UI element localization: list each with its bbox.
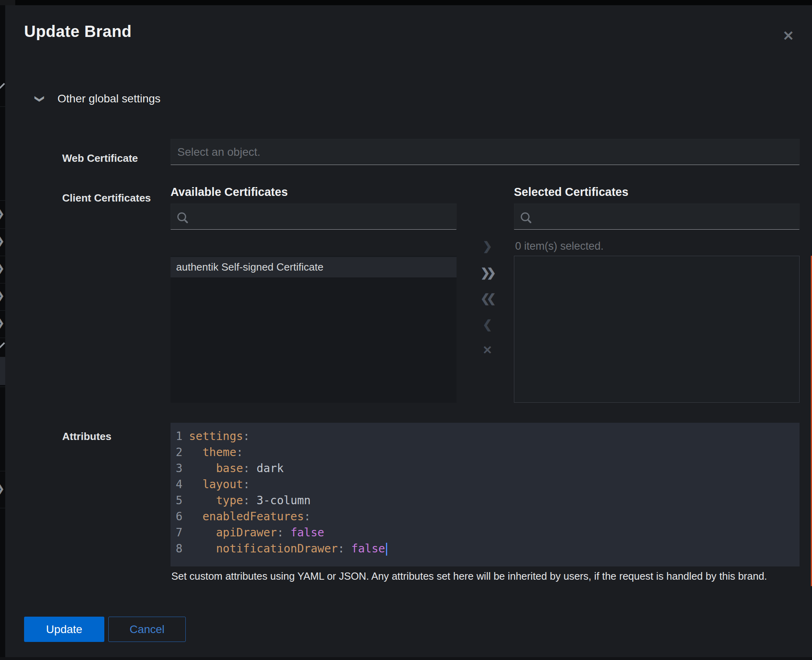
collapse-other-global-settings[interactable]: ❯ Other global settings [36,90,160,108]
sidebar-check-icon [0,83,5,90]
sidebar-chevron-icon: ❯ [0,263,4,274]
code-line: 7 apiDrawer: false [171,525,800,541]
code-line: 6 enabledFeatures: [171,509,800,525]
code-line: 4 layout: [171,477,800,493]
sidebar-active-item-sliver [0,357,5,385]
code-line: 2 theme: [171,444,800,460]
modal-title: Update Brand [24,22,132,41]
attributes-label: Attributes [62,430,112,443]
search-icon [177,212,186,221]
top-backdrop-strip [0,0,812,5]
selected-certificates-list [514,256,800,403]
code-line: 3 base: dark [171,460,800,477]
web-certificate-placeholder: Select an object. [177,146,260,159]
line-number: 6 [171,509,189,525]
line-content: theme: [189,444,243,460]
selected-count-text: 0 item(s) selected. [515,240,604,253]
cancel-button[interactable]: Cancel [108,617,186,642]
available-certificates-search-input[interactable] [171,204,457,230]
bottom-backdrop-strip [0,657,812,660]
move-selected-left-button[interactable]: ❮ [478,315,497,334]
sidebar-chevron-icon: ❯ [0,290,4,301]
move-all-left-button[interactable]: ❮❮ [478,289,497,308]
line-number: 4 [171,477,189,493]
selected-certificates-heading: Selected Certificates [514,185,628,199]
sidebar-chevron-icon: ❯ [0,208,4,219]
code-line: 8 notificationDrawer: false [171,541,800,557]
web-certificate-label: Web Certificate [62,152,138,165]
attributes-code-editor[interactable]: 1settings:2 theme:3 base: dark4 layout:5… [171,423,800,566]
available-certificates-heading: Available Certificates [171,185,288,199]
attributes-help-text: Set custom attributes using YAML or JSON… [171,570,797,582]
update-button[interactable]: Update [24,617,104,642]
line-content: notificationDrawer: false [189,541,387,557]
line-content: settings: [189,428,250,444]
update-brand-modal: Update Brand ✕ ❯ Other global settings W… [5,5,812,657]
line-number: 8 [171,541,189,557]
line-content: type: 3-column [189,493,311,509]
move-selected-right-button[interactable]: ❯ [478,237,497,255]
sidebar-chevron-icon: ❯ [0,235,4,246]
background-sidebar-sliver: ❯ ❯ ❯ ❯ ❯ ❯ [0,5,5,660]
web-certificate-select[interactable]: Select an object. [171,139,800,165]
available-certificates-list: authentik Self-signed Certificate [171,256,457,403]
code-line: 5 type: 3-column [171,493,800,509]
line-content: layout: [189,477,250,493]
line-number: 5 [171,493,189,509]
client-certificates-label: Client Certificates [62,192,151,204]
collapse-label: Other global settings [57,92,160,105]
selected-certificates-search-input[interactable] [514,204,800,230]
sidebar-chevron-icon: ❯ [0,483,4,494]
line-number: 7 [171,525,189,541]
sidebar-chevron-icon: ❯ [0,317,4,328]
text-cursor [386,543,387,556]
line-content: enabledFeatures: [189,509,311,525]
line-number: 1 [171,428,189,444]
code-lines: 1settings:2 theme:3 base: dark4 layout:5… [171,428,800,557]
line-number: 3 [171,460,189,477]
line-number: 2 [171,444,189,460]
search-icon [521,212,530,221]
code-line: 1settings: [171,428,800,444]
available-certificate-item[interactable]: authentik Self-signed Certificate [171,257,457,277]
line-content: apiDrawer: false [189,525,324,541]
move-all-right-button[interactable]: ❯❯ [478,263,497,282]
chevron-down-icon: ❯ [35,95,45,102]
clear-selected-button[interactable]: ✕ [478,341,497,359]
sidebar-check-icon [0,342,5,349]
line-content: base: dark [189,460,284,477]
close-icon[interactable]: ✕ [778,26,798,45]
